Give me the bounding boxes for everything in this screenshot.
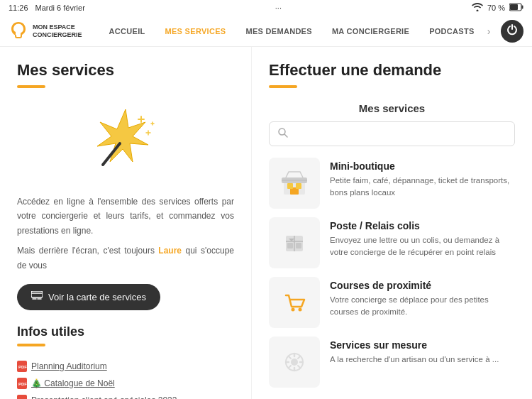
svg-rect-11 bbox=[31, 291, 43, 297]
right-panel: Effectuer une demande Mes services bbox=[252, 47, 532, 399]
view-services-button[interactable]: Voir la carte de services bbox=[17, 284, 160, 310]
nav-accueil[interactable]: ACCUEIL bbox=[99, 16, 155, 47]
status-left: 11:26 Mardi 6 février bbox=[9, 4, 85, 12]
brand-line1: MON ESPACE bbox=[33, 23, 82, 31]
search-input[interactable] bbox=[294, 129, 506, 139]
nav-more-icon[interactable]: › bbox=[487, 26, 491, 37]
svg-rect-34 bbox=[296, 243, 301, 248]
infos-title: Infos utiles bbox=[17, 324, 234, 339]
dots: ··· bbox=[275, 4, 282, 12]
service-info-courses: Courses de proximité Votre concierge se … bbox=[330, 277, 515, 319]
list-item: PDF Planning Auditorium bbox=[17, 361, 234, 372]
brand-text: MON ESPACE CONCIERGERIE bbox=[33, 23, 82, 39]
service-thumb-mini-boutique bbox=[269, 158, 320, 209]
pdf-icon-3: PDF bbox=[17, 395, 27, 399]
nav-ma-conciergerie[interactable]: MA CONCIERGERIE bbox=[322, 16, 419, 47]
service-name-courses: Courses de proximité bbox=[330, 280, 515, 291]
left-panel: Mes services Accédez en li bbox=[0, 47, 252, 399]
search-icon bbox=[278, 128, 288, 140]
left-underline bbox=[17, 85, 45, 88]
wifi-icon bbox=[472, 3, 483, 13]
battery-icon bbox=[509, 3, 523, 13]
service-name-poste: Poste / Relais colis bbox=[330, 220, 515, 231]
brand: MON ESPACE CONCIERGERIE bbox=[9, 19, 82, 43]
power-icon bbox=[506, 24, 518, 38]
file-link-3[interactable]: Presentation client opé spéciales 2022 bbox=[31, 395, 177, 399]
svg-rect-2 bbox=[510, 4, 518, 10]
infos-underline bbox=[17, 344, 45, 346]
description1: Accédez en ligne à l'ensemble des servic… bbox=[17, 195, 234, 238]
service-item-courses[interactable]: Courses de proximité Votre concierge se … bbox=[269, 277, 515, 328]
service-desc-poste: Envoyez une lettre ou un colis, ou deman… bbox=[330, 234, 515, 259]
highlight-name: Laure bbox=[158, 246, 182, 256]
search-box bbox=[269, 121, 515, 146]
right-underline bbox=[269, 85, 297, 88]
svg-line-24 bbox=[284, 134, 287, 137]
svg-rect-28 bbox=[287, 183, 293, 189]
svg-point-35 bbox=[292, 308, 295, 312]
magic-wand-container bbox=[17, 102, 234, 183]
service-item-sur-mesure[interactable]: Services sur mesure A la recherche d'un … bbox=[269, 337, 515, 388]
svg-rect-1 bbox=[521, 6, 523, 9]
magic-wand-icon bbox=[90, 102, 161, 183]
btn-services-label: Voir la carte de services bbox=[48, 292, 146, 302]
service-thumb-sur-mesure bbox=[269, 337, 320, 388]
service-name-sur-mesure: Services sur mesure bbox=[330, 339, 515, 351]
status-center: ··· bbox=[275, 4, 282, 12]
service-item-mini-boutique[interactable]: Mini-boutique Petite faim, café, dépanna… bbox=[269, 158, 515, 209]
pdf-icon-1: PDF bbox=[17, 361, 27, 372]
nav-mes-demandes[interactable]: MES DEMANDES bbox=[235, 16, 321, 47]
left-title: Mes services bbox=[17, 61, 234, 80]
file-link-2[interactable]: 🎄 Catalogue de Noël bbox=[31, 378, 115, 388]
svg-text:PDF: PDF bbox=[18, 382, 27, 386]
service-desc-courses: Votre concierge se déplace pour des peti… bbox=[330, 294, 515, 319]
main-content: Mes services Accédez en li bbox=[0, 47, 532, 399]
file-link-1[interactable]: Planning Auditorium bbox=[31, 361, 107, 371]
nav-items: ACCUEIL MES SERVICES MES DEMANDES MA CON… bbox=[99, 16, 501, 47]
brand-icon bbox=[9, 19, 28, 43]
list-item: PDF Presentation client opé spéciales 20… bbox=[17, 395, 234, 399]
description2: Mais derrière l'écran, c'est toujours La… bbox=[17, 244, 234, 273]
right-services-label: Mes services bbox=[269, 102, 515, 114]
status-right: 70 % bbox=[472, 3, 523, 13]
svg-point-38 bbox=[291, 359, 298, 366]
service-desc-sur-mesure: A la recherche d'un artisan ou d'un serv… bbox=[330, 354, 515, 366]
svg-text:PDF: PDF bbox=[18, 365, 27, 369]
infos-list: PDF Planning Auditorium PDF 🎄 Catalogue … bbox=[17, 361, 234, 399]
nav-mes-services[interactable]: MES SERVICES bbox=[155, 16, 236, 47]
card-icon bbox=[31, 291, 43, 303]
power-button[interactable] bbox=[501, 20, 523, 43]
service-info-poste: Poste / Relais colis Envoyez une lettre … bbox=[330, 217, 515, 259]
time: 11:26 bbox=[9, 4, 28, 12]
service-info-sur-mesure: Services sur mesure A la recherche d'un … bbox=[330, 337, 515, 366]
service-name-mini-boutique: Mini-boutique bbox=[330, 160, 515, 172]
brand-line2: CONCIERGERIE bbox=[33, 31, 82, 39]
battery-text: 70 % bbox=[487, 4, 505, 12]
nav-podcasts[interactable]: PODCASTS bbox=[419, 16, 484, 47]
date: Mardi 6 février bbox=[35, 4, 85, 12]
service-thumb-poste bbox=[269, 217, 320, 268]
service-thumb-courses bbox=[269, 277, 320, 328]
right-title: Effectuer une demande bbox=[269, 61, 515, 80]
status-bar: 11:26 Mardi 6 février ··· 70 % bbox=[0, 0, 532, 16]
pdf-icon-2: PDF bbox=[17, 378, 27, 389]
service-item-poste[interactable]: Poste / Relais colis Envoyez une lettre … bbox=[269, 217, 515, 268]
svg-rect-33 bbox=[287, 243, 293, 248]
service-info-mini-boutique: Mini-boutique Petite faim, café, dépanna… bbox=[330, 158, 515, 200]
list-item: PDF 🎄 Catalogue de Noël bbox=[17, 378, 234, 389]
navbar: MON ESPACE CONCIERGERIE ACCUEIL MES SERV… bbox=[0, 16, 532, 47]
svg-point-36 bbox=[299, 308, 302, 312]
svg-rect-29 bbox=[296, 183, 301, 189]
service-desc-mini-boutique: Petite faim, café, dépannage, ticket de … bbox=[330, 175, 515, 200]
